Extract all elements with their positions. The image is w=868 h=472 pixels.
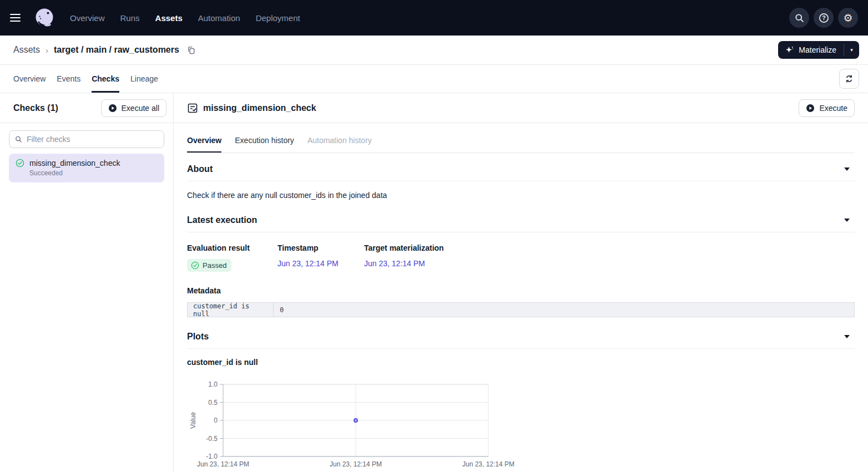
tab-automation-history: Automation history [307,130,372,153]
help-button[interactable]: ? [814,8,834,28]
search-icon [15,135,22,143]
tab-check-overview[interactable]: Overview [187,130,221,153]
materialize-button[interactable]: Materialize [778,41,844,59]
search-button[interactable] [789,8,809,28]
nav-item-automation[interactable]: Automation [198,13,240,23]
materialize-split-button: Materialize ▾ [778,41,859,59]
check-name: missing_dimension_check [29,159,120,168]
checks-sidebar: Checks (1) Execute all missing_dimension… [0,93,174,472]
svg-text:1.0: 1.0 [208,380,218,388]
settings-button[interactable]: ⚙ [838,8,858,28]
asset-tabs-row: Overview Events Checks Lineage [0,65,868,93]
asset-check-icon [187,103,198,114]
top-navigation: Overview Runs Assets Automation Deployme… [0,0,868,35]
refresh-icon [845,74,854,83]
nav-item-runs[interactable]: Runs [120,13,140,23]
dagster-logo[interactable] [33,7,55,29]
latest-execution-table: Evaluation result Passed Timestamp Jun 2… [187,232,855,272]
gear-icon: ⚙ [843,13,852,23]
plots-heading: Plots [187,332,209,342]
tab-overview[interactable]: Overview [13,65,46,93]
svg-text:Value: Value [189,412,197,429]
refresh-button[interactable] [839,69,859,89]
latest-execution-heading: Latest execution [187,215,257,225]
target-materialization-link[interactable]: Jun 23, 12:14 PM [364,259,425,268]
tab-checks[interactable]: Checks [92,65,119,93]
check-detail-tabs: Overview Execution history Automation hi… [187,130,855,153]
check-detail-title: missing_dimension_check [203,103,316,113]
metadata-value: 0 [274,303,854,317]
collapse-about-button[interactable] [842,165,851,174]
sparkle-icon [785,45,794,54]
plots-section-header: Plots [187,317,855,349]
collapse-latest-execution-button[interactable] [842,216,851,225]
tab-events[interactable]: Events [57,65,80,93]
check-description: Check if there are any null customer_ids… [187,181,855,202]
col-target-materialization: Target materialization [364,243,475,252]
tab-lineage[interactable]: Lineage [130,65,158,93]
value-scatter-chart: 1.00.50-0.5-1.0Jun 23, 12:14 PMJun 23, 1… [187,380,531,472]
check-status: Succeeded [29,169,158,177]
timestamp-link[interactable]: Jun 23, 12:14 PM [277,259,339,268]
execute-all-button[interactable]: Execute all [101,99,166,117]
svg-text:Jun 23, 12:14 PM: Jun 23, 12:14 PM [197,460,249,468]
asset-key-path: target / main / raw_customers [54,45,179,55]
execute-button[interactable]: Execute [799,99,855,117]
plot-title: customer_id is null [187,349,855,371]
chevron-down-icon [844,219,850,222]
check-list-item[interactable]: missing_dimension_check Succeeded [9,154,164,182]
nav-item-deployment[interactable]: Deployment [256,13,300,23]
main-nav: Overview Runs Assets Automation Deployme… [70,13,300,23]
breadcrumb-row: Assets › target / main / raw_customers M… [0,35,868,65]
svg-text:0.5: 0.5 [208,399,218,407]
filter-checks-input[interactable] [27,135,158,144]
materialize-label: Materialize [799,45,836,54]
check-detail-panel: missing_dimension_check Execute Overview… [174,93,868,472]
metadata-key: customer_id is null [188,303,274,317]
execute-all-label: Execute all [122,104,159,113]
svg-text:-1.0: -1.0 [206,453,218,460]
evaluation-result-value: Passed [203,261,226,270]
breadcrumb-separator: › [46,45,48,55]
svg-text:?: ? [822,14,825,21]
check-circle-icon [191,261,199,270]
svg-text:Jun 23, 12:14 PM: Jun 23, 12:14 PM [330,460,382,468]
breadcrumb: Assets › target / main / raw_customers [13,45,195,55]
breadcrumb-assets-link[interactable]: Assets [13,45,40,55]
col-evaluation-result: Evaluation result [187,243,277,252]
copy-button[interactable] [187,46,195,54]
play-icon [806,104,815,113]
search-icon [795,13,804,23]
svg-text:0: 0 [214,417,218,424]
tab-execution-history[interactable]: Execution history [235,130,294,153]
filter-checks-field[interactable] [9,130,164,148]
collapse-plots-button[interactable] [842,332,851,341]
checks-panel-title: Checks (1) [13,103,58,113]
svg-text:-0.5: -0.5 [206,435,218,443]
status-badge: Passed [187,259,231,272]
execute-label: Execute [819,104,847,113]
metadata-heading: Metadata [187,286,855,295]
check-circle-icon [16,159,24,168]
chevron-down-icon [844,168,850,171]
col-timestamp: Timestamp [277,243,364,252]
nav-item-overview[interactable]: Overview [70,13,105,23]
check-plot: 1.00.50-0.5-1.0Jun 23, 12:14 PMJun 23, 1… [187,380,855,472]
svg-text:Jun 23, 12:14 PM: Jun 23, 12:14 PM [462,460,514,468]
nav-item-assets[interactable]: Assets [155,13,183,23]
help-icon: ? [819,13,829,23]
latest-execution-section-header: Latest execution [187,202,855,232]
chevron-down-icon [844,335,850,338]
materialize-dropdown-button[interactable]: ▾ [844,41,859,59]
play-icon [108,104,117,113]
about-section-header: About [187,153,855,181]
about-heading: About [187,164,213,174]
hamburger-menu-icon[interactable] [10,10,26,26]
copy-icon [187,46,195,54]
metadata-table: customer_id is null 0 [187,302,855,317]
